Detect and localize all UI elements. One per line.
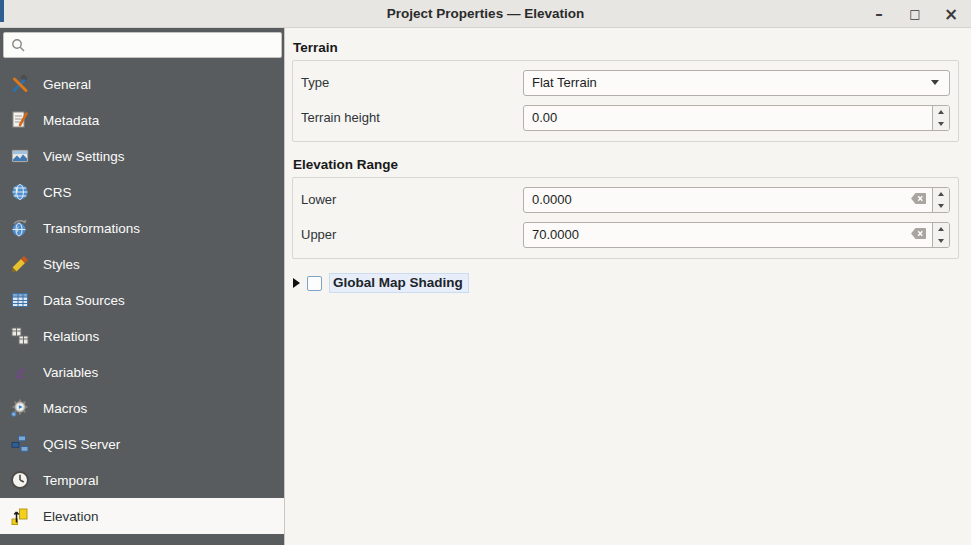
crs-icon [10, 182, 30, 202]
terrain-height-spinbox [523, 105, 950, 131]
window-title: Project Properties — Elevation [0, 0, 971, 28]
spin-up-button[interactable] [933, 223, 949, 235]
qgis-server-icon [10, 434, 30, 454]
minimize-button[interactable]: – [865, 2, 893, 26]
sidebar-item-label: Variables [43, 365, 98, 380]
terrain-type-combobox[interactable]: Flat Terrain [523, 70, 950, 96]
clear-icon [911, 192, 926, 207]
sidebar-item-label: Transformations [43, 221, 140, 236]
triangle-up-icon [938, 110, 944, 114]
triangle-down-icon [938, 204, 944, 208]
view-settings-icon [10, 146, 30, 166]
sidebar-item-label: Macros [43, 401, 87, 416]
sidebar-item-label: Temporal [43, 473, 99, 488]
spin-up-button[interactable] [933, 188, 949, 200]
expander-triangle-icon[interactable] [293, 278, 300, 288]
styles-icon [10, 254, 30, 274]
upper-spinner [932, 223, 949, 247]
terrain-type-label: Type [301, 75, 523, 90]
triangle-down-icon [938, 239, 944, 243]
content-pane: Terrain Type Flat Terrain Terrain height… [285, 28, 971, 545]
terrain-section-header: Terrain [293, 38, 959, 57]
sidebar-item-macros[interactable]: Macros [0, 390, 284, 426]
sidebar-item-label: CRS [43, 185, 72, 200]
svg-text:ε: ε [16, 362, 26, 382]
sidebar-item-label: View Settings [43, 149, 125, 164]
triangle-up-icon [938, 192, 944, 196]
sidebar-item-label: General [43, 77, 91, 92]
upper-clear-button[interactable] [905, 223, 932, 247]
spin-down-button[interactable] [933, 118, 949, 130]
search-icon [11, 35, 25, 55]
triangle-down-icon [938, 122, 944, 126]
window-edge-accent [0, 0, 4, 22]
global-map-shading-checkbox[interactable] [307, 276, 322, 291]
temporal-icon [10, 470, 30, 490]
clear-icon [911, 227, 926, 242]
lower-clear-button[interactable] [905, 188, 932, 212]
metadata-icon [10, 110, 30, 130]
terrain-group: Type Flat Terrain Terrain height [292, 60, 959, 142]
terrain-height-spinner [932, 106, 949, 130]
sidebar-item-metadata[interactable]: Metadata [0, 102, 284, 138]
upper-input[interactable] [524, 223, 905, 247]
upper-label: Upper [301, 227, 523, 242]
lower-label: Lower [301, 192, 523, 207]
elevation-range-group: Lower Upper [292, 177, 959, 259]
upper-spinbox [523, 222, 950, 248]
general-icon [10, 74, 30, 94]
spin-down-button[interactable] [933, 235, 949, 247]
sidebar-item-label: Metadata [43, 113, 99, 128]
sidebar-item-styles[interactable]: Styles [0, 246, 284, 282]
maximize-button[interactable]: □ [901, 2, 929, 26]
spin-down-button[interactable] [933, 200, 949, 212]
sidebar-nav: GeneralMetadataView SettingsCRSTransform… [0, 66, 284, 534]
terrain-height-label: Terrain height [301, 110, 523, 125]
sidebar-item-variables[interactable]: εVariables [0, 354, 284, 390]
terrain-type-row: Type Flat Terrain [301, 65, 950, 100]
elevation-icon [10, 506, 30, 526]
lower-spinbox [523, 187, 950, 213]
sidebar-item-transformations[interactable]: Transformations [0, 210, 284, 246]
sidebar-item-general[interactable]: General [0, 66, 284, 102]
sidebar-item-label: Data Sources [43, 293, 125, 308]
close-button[interactable]: × [937, 2, 965, 26]
terrain-height-row: Terrain height [301, 100, 950, 135]
sidebar-item-label: Relations [43, 329, 99, 344]
sidebar-item-label: QGIS Server [43, 437, 120, 452]
macros-icon [10, 398, 30, 418]
sidebar-item-data-sources[interactable]: Data Sources [0, 282, 284, 318]
spin-up-button[interactable] [933, 106, 949, 118]
sidebar: GeneralMetadataView SettingsCRSTransform… [0, 28, 285, 545]
relations-icon [10, 326, 30, 346]
titlebar: Project Properties — Elevation – □ × [0, 0, 971, 28]
elevation-range-section-header: Elevation Range [293, 155, 959, 174]
sidebar-item-view-settings[interactable]: View Settings [0, 138, 284, 174]
sidebar-item-elevation[interactable]: Elevation [0, 498, 284, 534]
global-map-shading-row: Global Map Shading [293, 272, 959, 294]
sidebar-item-label: Elevation [43, 509, 99, 524]
sidebar-item-relations[interactable]: Relations [0, 318, 284, 354]
data-sources-icon [10, 290, 30, 310]
lower-spinner [932, 188, 949, 212]
chevron-down-icon [931, 80, 939, 85]
sidebar-item-label: Styles [43, 257, 80, 272]
sidebar-item-qgis-server[interactable]: QGIS Server [0, 426, 284, 462]
triangle-up-icon [938, 227, 944, 231]
lower-row: Lower [301, 182, 950, 217]
sidebar-item-temporal[interactable]: Temporal [0, 462, 284, 498]
global-map-shading-label[interactable]: Global Map Shading [329, 273, 469, 293]
sidebar-item-crs[interactable]: CRS [0, 174, 284, 210]
terrain-type-value: Flat Terrain [532, 75, 931, 90]
upper-row: Upper [301, 217, 950, 252]
terrain-height-input[interactable] [524, 106, 932, 130]
sidebar-search[interactable] [3, 32, 282, 58]
lower-input[interactable] [524, 188, 905, 212]
transformations-icon [10, 218, 30, 238]
window-controls: – □ × [865, 0, 965, 28]
search-input[interactable] [31, 38, 274, 53]
variables-icon: ε [10, 362, 30, 382]
